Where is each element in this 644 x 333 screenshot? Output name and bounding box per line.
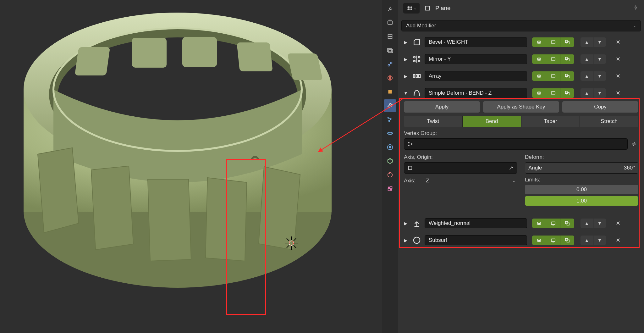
- tool-tab-icon[interactable]: [384, 3, 396, 15]
- move-down-button[interactable]: ▼: [593, 219, 606, 228]
- svg-rect-86: [551, 239, 555, 241]
- expand-toggle[interactable]: ▶: [403, 238, 409, 243]
- svg-rect-38: [388, 187, 390, 189]
- pin-icon[interactable]: [633, 4, 639, 12]
- delete-modifier-button[interactable]: ✕: [612, 236, 624, 245]
- move-down-button[interactable]: ▼: [593, 88, 606, 98]
- add-modifier-dropdown[interactable]: Add Modifier ⌄: [401, 20, 641, 31]
- scene-tab-icon[interactable]: [384, 58, 396, 70]
- show-viewport-toggle[interactable]: [546, 71, 560, 81]
- modifier-name-field[interactable]: Mirror - Y: [425, 54, 527, 64]
- limit-low-slider[interactable]: 0.00: [525, 185, 638, 194]
- modifier-name-field[interactable]: Bevel - WEIGHT: [425, 37, 527, 47]
- vertex-group-field[interactable]: [404, 138, 628, 150]
- expand-toggle[interactable]: ▶: [403, 221, 409, 226]
- chevron-down-icon: ⌄: [633, 24, 636, 28]
- modifier-name-field[interactable]: Simple Deform - BEND - Z: [425, 88, 527, 98]
- move-down-button[interactable]: ▼: [593, 54, 606, 64]
- show-viewport-toggle[interactable]: [546, 88, 560, 98]
- show-editmode-toggle[interactable]: [560, 37, 574, 47]
- object-tab-icon[interactable]: [384, 86, 396, 98]
- show-editmode-toggle[interactable]: [560, 54, 574, 64]
- move-up-button[interactable]: ▲: [581, 236, 593, 245]
- move-down-button[interactable]: ▼: [593, 71, 606, 81]
- expand-toggle[interactable]: ▶: [403, 40, 409, 45]
- svg-rect-22: [389, 20, 391, 21]
- show-render-toggle[interactable]: [532, 54, 546, 64]
- viewlayer-tab-icon[interactable]: [384, 44, 396, 57]
- svg-rect-47: [537, 41, 541, 43]
- move-down-button[interactable]: ▼: [593, 37, 606, 47]
- show-viewport-toggle[interactable]: [546, 236, 560, 245]
- svg-point-31: [390, 118, 391, 119]
- output-tab-icon[interactable]: [384, 30, 396, 43]
- material-tab-icon[interactable]: [384, 169, 396, 181]
- delete-modifier-button[interactable]: ✕: [612, 219, 624, 228]
- show-viewport-toggle[interactable]: [546, 219, 560, 228]
- expand-toggle[interactable]: ▶: [403, 74, 409, 79]
- delete-modifier-button[interactable]: ✕: [612, 37, 624, 47]
- modifier-tab-icon[interactable]: [384, 99, 396, 112]
- show-render-toggle[interactable]: [532, 219, 546, 228]
- delete-modifier-button[interactable]: ✕: [612, 88, 624, 98]
- modifier-name-field[interactable]: Weighted_normal: [425, 218, 527, 228]
- move-up-button[interactable]: ▲: [581, 71, 593, 81]
- 3d-cursor-icon: [284, 236, 299, 250]
- limit-high-slider[interactable]: 1.00: [525, 196, 638, 206]
- svg-rect-41: [388, 189, 390, 191]
- constraints-tab-icon[interactable]: [384, 141, 396, 153]
- show-render-toggle[interactable]: [532, 236, 546, 245]
- origin-object-field[interactable]: [404, 162, 517, 174]
- move-up-button[interactable]: ▲: [581, 219, 593, 228]
- show-render-toggle[interactable]: [532, 88, 546, 98]
- render-tab-icon[interactable]: [384, 16, 396, 29]
- expand-toggle[interactable]: ▼: [403, 91, 409, 96]
- modifier-name-field[interactable]: Array: [425, 71, 527, 81]
- mode-twist[interactable]: Twist: [404, 116, 463, 127]
- mode-stretch[interactable]: Stretch: [580, 116, 638, 127]
- modifier-bevel: ▶ Bevel - WEIGHT ▲ ▼ ✕: [401, 35, 641, 49]
- apply-shape-key-button[interactable]: Apply as Shape Key: [483, 101, 559, 113]
- svg-rect-80: [551, 222, 555, 225]
- move-up-button[interactable]: ▲: [581, 88, 593, 98]
- move-up-button[interactable]: ▲: [581, 54, 593, 64]
- eyedropper-icon[interactable]: [509, 165, 514, 170]
- mode-taper[interactable]: Taper: [521, 116, 580, 127]
- show-viewport-toggle[interactable]: [546, 37, 560, 47]
- delete-modifier-button[interactable]: ✕: [612, 71, 624, 81]
- invert-vgroup-icon[interactable]: [630, 139, 638, 149]
- delete-modifier-button[interactable]: ✕: [612, 54, 624, 64]
- texture-tab-icon[interactable]: [384, 182, 396, 195]
- physics-tab-icon[interactable]: [384, 127, 396, 140]
- viewport-3d[interactable]: [0, 0, 382, 333]
- angle-field[interactable]: Angle 360°: [525, 162, 638, 174]
- mode-bend[interactable]: Bend: [463, 116, 521, 127]
- svg-line-18: [294, 245, 296, 248]
- svg-rect-56: [537, 58, 541, 60]
- ring-mesh-preview: [19, 3, 336, 314]
- apply-button[interactable]: Apply: [404, 101, 480, 113]
- show-render-toggle[interactable]: [532, 71, 546, 81]
- particles-tab-icon[interactable]: [384, 113, 396, 126]
- show-editmode-toggle[interactable]: [560, 88, 574, 98]
- expand-toggle[interactable]: ▶: [403, 57, 409, 62]
- show-editmode-toggle[interactable]: [560, 219, 574, 228]
- simple-deform-icon: [412, 88, 421, 98]
- editor-type-selector[interactable]: ⌄: [403, 3, 420, 14]
- show-editmode-toggle[interactable]: [560, 236, 574, 245]
- move-up-button[interactable]: ▲: [581, 37, 593, 47]
- move-down-button[interactable]: ▼: [593, 236, 606, 245]
- object-type-icon: [424, 5, 431, 12]
- svg-rect-64: [537, 75, 541, 77]
- copy-button[interactable]: Copy: [562, 101, 638, 113]
- modifier-name-field[interactable]: Subsurf: [425, 235, 527, 245]
- show-render-toggle[interactable]: [532, 37, 546, 47]
- world-tab-icon[interactable]: [384, 72, 396, 84]
- mesh-data-tab-icon[interactable]: [384, 155, 396, 167]
- properties-header: ⌄ Plane: [398, 0, 644, 16]
- show-viewport-toggle[interactable]: [546, 54, 560, 64]
- modifier-weighted-normal: ▶ Weighted_normal ▲ ▼ ✕: [401, 216, 641, 230]
- svg-rect-9: [237, 42, 273, 71]
- axis-dropdown[interactable]: Axis: Z ⌄: [404, 175, 517, 186]
- show-editmode-toggle[interactable]: [560, 71, 574, 81]
